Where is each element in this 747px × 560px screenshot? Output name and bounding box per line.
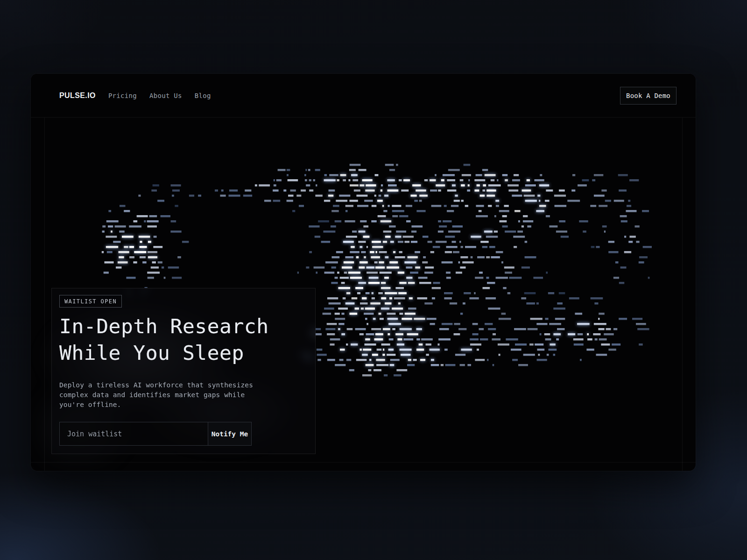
nav-link-about-us[interactable]: About Us — [149, 92, 182, 99]
hero-description: Deploy a tireless AI workforce that synt… — [59, 380, 254, 410]
hero-heading-line-2: While You Sleep — [59, 341, 244, 364]
nav-links: Pricing About Us Blog — [108, 92, 211, 99]
waitlist-email-input[interactable] — [59, 422, 208, 446]
top-navigation: PULSE.IO Pricing About Us Blog Book A De… — [31, 74, 696, 118]
nav-link-blog[interactable]: Blog — [195, 92, 211, 99]
notify-me-button[interactable]: Notify Me — [208, 422, 252, 446]
logo[interactable]: PULSE.IO — [59, 91, 96, 100]
waitlist-card: WAITLIST OPEN In-Depth Research While Yo… — [51, 288, 316, 454]
nav-link-pricing[interactable]: Pricing — [108, 92, 137, 99]
hero-heading: In-Depth Research While You Sleep — [59, 313, 308, 366]
hero-section: WAITLIST OPEN In-Depth Research While Yo… — [31, 118, 696, 471]
hero-heading-line-1: In-Depth Research — [59, 315, 269, 338]
waitlist-form: Notify Me — [59, 422, 252, 446]
site-window: PULSE.IO Pricing About Us Blog Book A De… — [31, 74, 696, 471]
page-background: PULSE.IO Pricing About Us Blog Book A De… — [0, 0, 747, 560]
book-a-demo-button[interactable]: Book A Demo — [620, 87, 677, 105]
waitlist-open-badge: WAITLIST OPEN — [59, 295, 122, 308]
